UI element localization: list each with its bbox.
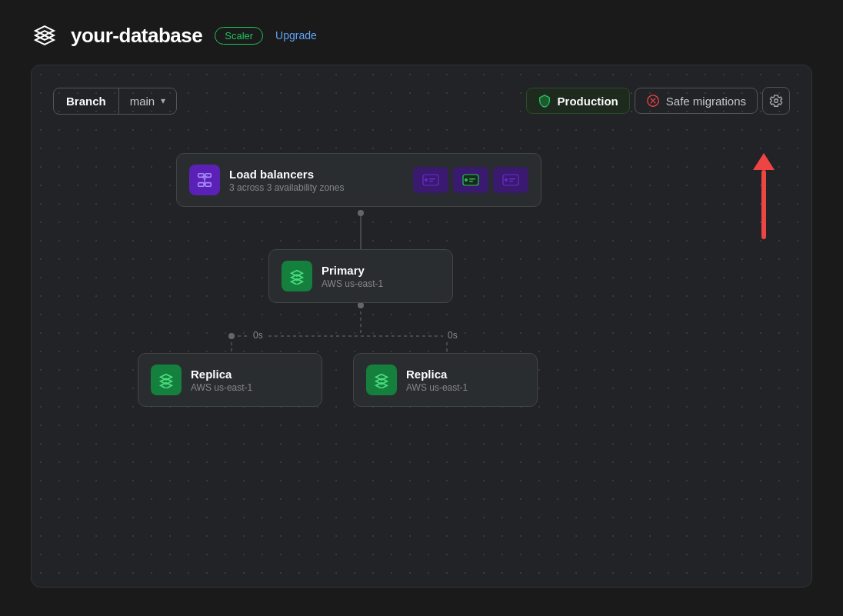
chevron-down-icon: ▾ xyxy=(161,95,165,106)
red-arrow-annotation xyxy=(753,153,775,239)
svg-rect-15 xyxy=(205,183,211,187)
replica-right-icon xyxy=(366,365,397,395)
main-container: Branch main ▾ Production Safe migrations xyxy=(31,65,812,588)
lb-mini-icon-1 xyxy=(413,167,448,193)
right-controls: Production Safe migrations xyxy=(526,87,790,115)
x-circle-icon xyxy=(646,94,660,108)
load-balancers-node[interactable]: Load balancers 3 across 3 availability z… xyxy=(176,153,541,207)
gear-icon xyxy=(769,94,783,108)
svg-point-28 xyxy=(505,178,508,181)
lb-icons-group xyxy=(413,167,528,193)
svg-rect-13 xyxy=(205,174,211,178)
svg-rect-14 xyxy=(198,183,204,187)
replica-left-info: Replica AWS us-east-1 xyxy=(191,368,252,393)
primary-title: Primary xyxy=(322,264,383,277)
replica-left-title: Replica xyxy=(191,368,252,381)
branch-dropdown[interactable]: main ▾ xyxy=(119,88,177,114)
replica-right-title: Replica xyxy=(406,368,468,381)
load-balancer-icon xyxy=(189,165,220,195)
svg-rect-22 xyxy=(429,181,433,182)
primary-info: Primary AWS us-east-1 xyxy=(322,264,383,289)
database-diagram: Load balancers 3 across 3 availability z… xyxy=(53,130,790,561)
upgrade-link[interactable]: Upgrade xyxy=(275,29,317,42)
svg-rect-29 xyxy=(509,178,515,180)
logo-icon xyxy=(31,22,58,49)
replica-right-subtitle: AWS us-east-1 xyxy=(406,382,468,393)
svg-rect-30 xyxy=(509,181,513,182)
load-balancer-subtitle: 3 across 3 availability zones xyxy=(229,182,344,193)
plan-badge: Scaler xyxy=(215,27,263,45)
svg-point-20 xyxy=(425,178,428,181)
lag-label-right: 0s xyxy=(443,328,462,342)
lag-label-left: 0s xyxy=(248,328,268,342)
load-balancer-title: Load balancers xyxy=(229,168,344,181)
replica-left-subtitle: AWS us-east-1 xyxy=(191,382,252,393)
svg-rect-25 xyxy=(469,178,475,180)
lb-mini-icon-2 xyxy=(453,167,488,193)
replica-left-icon xyxy=(151,365,182,395)
lb-mini-icon-3 xyxy=(493,167,528,193)
load-balancer-info: Load balancers 3 across 3 availability z… xyxy=(229,168,344,193)
svg-rect-21 xyxy=(429,178,435,180)
header: your-database Scaler Upgrade xyxy=(0,0,843,65)
svg-point-3 xyxy=(358,210,364,216)
replica-right-info: Replica AWS us-east-1 xyxy=(406,368,468,393)
svg-rect-12 xyxy=(198,174,204,178)
production-badge: Production xyxy=(526,88,630,114)
branch-selector[interactable]: Branch main ▾ xyxy=(53,88,177,115)
arrow-shaft xyxy=(761,170,766,239)
replica-right-node[interactable]: Replica AWS us-east-1 xyxy=(353,353,538,407)
safe-migrations-label: Safe migrations xyxy=(666,95,746,108)
primary-node[interactable]: Primary AWS us-east-1 xyxy=(268,249,453,303)
arrow-head-icon xyxy=(753,153,775,170)
branch-label: Branch xyxy=(54,88,119,114)
svg-point-9 xyxy=(228,333,235,339)
branch-value: main xyxy=(130,95,155,108)
database-name: your-database xyxy=(71,24,202,48)
svg-point-24 xyxy=(465,178,468,181)
primary-subtitle: AWS us-east-1 xyxy=(322,278,383,289)
production-label: Production xyxy=(558,95,618,108)
svg-rect-26 xyxy=(469,181,473,182)
settings-button[interactable] xyxy=(762,87,790,115)
svg-point-7 xyxy=(358,302,364,308)
primary-icon xyxy=(282,261,312,291)
shield-icon xyxy=(538,94,551,108)
safe-migrations-badge: Safe migrations xyxy=(635,88,758,114)
toolbar: Branch main ▾ Production Safe migrations xyxy=(53,87,790,115)
replica-left-node[interactable]: Replica AWS us-east-1 xyxy=(138,353,322,407)
